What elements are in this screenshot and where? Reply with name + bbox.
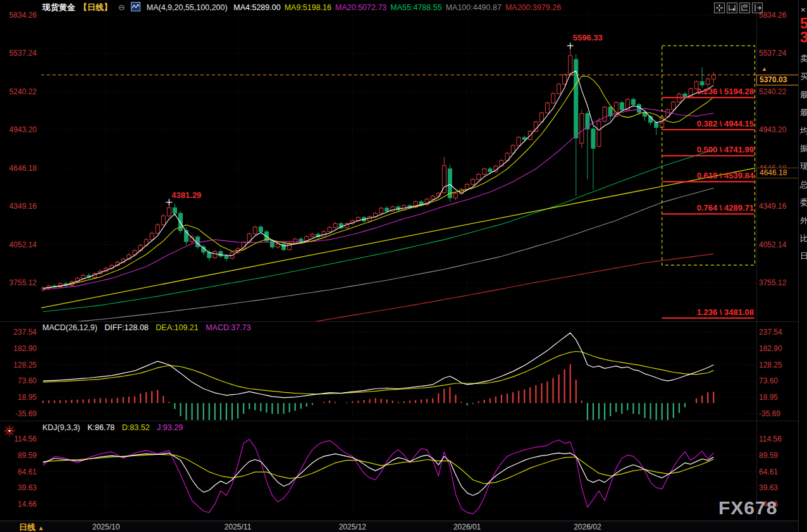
macd-axis-label: 128.25 [759,360,797,370]
kdj-axis-label: 39.63 [759,483,797,493]
fib-level-label: 0.382 \ 4944.15 [697,119,754,128]
period-selector[interactable]: 日线 ▲ [19,522,44,532]
quote-panel-clipped: × 53 卖买最最均振现总委外比日 [798,0,807,532]
fx678-watermark: FX678 [718,497,777,519]
big-price-clipped: 53 [800,16,807,44]
toolbar-icon-group [714,3,763,13]
macd-axis-label: 182.90 [759,343,797,354]
price-axis-label: 4052.14 [1,240,37,250]
price-axis-label: 3755.12 [759,278,797,288]
macd-axis-label: 73.60 [759,376,797,386]
quote-field-label-clipped: 委 [800,197,807,208]
ma-legend-value: MA55:4788.55 [390,3,441,12]
price-axis-label: 4943.20 [1,125,37,135]
instrument-title: 现货黄金 [42,3,75,12]
fib-level-label: 1.236 \ 3481.08 [697,307,754,317]
macd-axis-label: 237.54 [759,327,797,337]
price-axis-label: 5834.26 [759,10,797,20]
chart-toolbar: 现货黄金【日线】 ⊖ MA(4,9,20,55,100,200) MA4:528… [42,2,569,13]
alert-sun-icon[interactable] [3,424,16,438]
price-axis-label: 4943.20 [759,125,797,135]
fib-level-label: 0.500 \ 4741.99 [697,145,754,154]
kdj-axis-label: 89.59 [1,450,37,461]
macd-axis-label: -35.69 [759,409,797,419]
price-axis-label: 5240.22 [759,87,797,97]
quote-field-label-clipped: 比 [800,233,807,244]
macd-axis-label: 128.25 [1,360,37,370]
kdj-j-value: J:93.29 [157,423,183,432]
price-axis-label: 4052.14 [759,240,797,250]
panel-divider [0,321,798,322]
quote-field-label-clipped: 振 [800,143,807,154]
macd-name[interactable]: MACD(26,12,9) [42,323,97,332]
kdj-axis-label: 39.63 [1,483,37,493]
macd-axis-label: -35.69 [1,409,37,419]
chart-canvas[interactable] [0,0,807,532]
month-tick-label: 2026/01 [448,523,486,531]
price-axis-label: 5537.24 [759,48,797,58]
quote-field-label-clipped: 现 [800,161,807,172]
kdj-d-value: D:83.52 [122,423,150,432]
quote-field-label-clipped: 均 [800,125,807,137]
ma-legend-value: MA20:5072.73 [335,3,386,12]
macd-axis-label: 18.95 [1,392,37,402]
ma-lines-layer [41,71,755,325]
crosshair-icon[interactable] [714,3,725,13]
price-up-arrow-icon: ▲ [761,66,767,72]
ma-settings-label[interactable]: MA(4,9,20,55,100,200) [147,3,228,12]
month-tick-label: 2025/10 [87,523,125,531]
macd-axis-label: 73.60 [1,376,37,386]
quote-field-label-clipped: 总 [800,179,807,190]
ma-legend-value: MA100:4490.87 [446,3,502,12]
ma-legend: MA4:5289.00MA9:5198.16MA20:5072.73MA55:4… [233,3,565,12]
macd-axis-label: 237.54 [1,327,37,337]
collapse-icon[interactable]: ⊖ [118,3,125,12]
price-axis-label: 5537.24 [1,48,37,58]
macd-layer [43,333,713,433]
period-badge: 【日线】 [79,3,112,12]
chart-type-icon[interactable] [131,2,140,11]
quote-field-label-clipped: 最 [800,107,807,118]
swing-high-label: 4381.29 [171,190,201,200]
month-tick-label: 2025/11 [219,523,257,531]
ma-legend-value: MA200:3979.26 [505,3,561,12]
macd-diff-value: DIFF:128.08 [104,323,148,332]
macd-header: MACD(26,12,9) DIFF:128.08 DEA:109.21 MAC… [42,323,256,332]
fib-level-label: 0.764 \ 4289.71 [697,203,754,213]
close-icon[interactable]: × [801,5,806,15]
trading-chart-app: 现货黄金【日线】 ⊖ MA(4,9,20,55,100,200) MA4:528… [0,0,807,532]
quote-field-label-clipped: 外 [800,215,807,226]
fib-level-label: 0.236 \ 5194.28 [697,87,754,96]
price-axis-label: 4349.16 [1,201,37,211]
price-axis-label: 4349.16 [759,201,797,211]
trendline-price-tag: 4646.18 [756,168,801,178]
ma-legend-value: MA9:5198.16 [285,3,331,12]
quote-field-label-clipped: 买 [800,71,807,82]
macd-axis-label: 18.95 [759,392,797,402]
kdj-layer [43,440,713,514]
quote-field-label-clipped: 卖 [800,53,807,65]
flag-ruler-icon[interactable] [739,3,750,13]
peak-price-label: 5596.33 [573,33,603,42]
price-axis-label: 5240.22 [1,87,37,97]
macd-axis-label: 182.90 [1,343,37,354]
kdj-axis-label: 114.56 [759,434,797,444]
macd-macd-value: MACD:37.73 [206,323,251,332]
fibonacci-layer [41,42,756,318]
ma-legend-value: MA4:5289.00 [233,3,280,12]
month-tick-label: 2026/02 [569,523,607,531]
time-axis-bar: 日线 ▲ 2025/102025/112025/122026/012026/02 [0,521,807,532]
grid-layer [41,9,756,519]
price-axis-label: 4646.18 [1,163,37,173]
fib-level-label: 0.618 \ 4539.84 [697,171,754,180]
kdj-axis-label: 14.66 [1,499,37,509]
current-price-tag: 5370.03 [756,75,801,85]
panel-divider [0,421,798,421]
measure-icon[interactable] [727,3,737,13]
kdj-header: KDJ(9,3,3) K:86.78 D:83.52 J:93.29 [42,423,188,432]
kdj-name[interactable]: KDJ(9,3,3) [42,423,80,432]
macd-dea-value: DEA:109.21 [156,323,198,332]
month-tick-label: 2025/12 [333,523,371,531]
kdj-k-value: K:86.78 [87,423,114,432]
price-axis-label: 3755.12 [1,278,37,288]
